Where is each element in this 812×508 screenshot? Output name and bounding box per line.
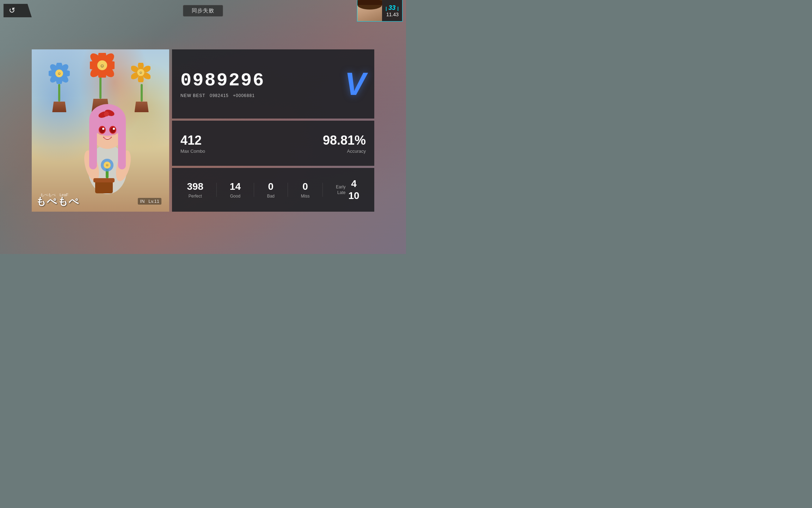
divider-4 [322, 183, 323, 197]
late-label: Late [337, 190, 345, 195]
divider-1 [216, 183, 217, 197]
combo-accuracy-block: 412 Max Combo 98.81% Accuracy [172, 121, 374, 166]
details-block: 398 Perfect 14 Good 0 Bad 0 Miss [172, 168, 374, 212]
early-label: Early [336, 185, 345, 189]
score-sub: NEW BEST 0982415 +0006881 [180, 93, 265, 98]
sync-fail-badge: 同步失败 [183, 5, 223, 17]
accuracy-section: 98.81% Accuracy [323, 133, 366, 154]
max-combo-value: 412 [180, 133, 205, 148]
difficulty-label: IN [140, 199, 144, 204]
miss-value: 0 [302, 181, 308, 192]
early-late-labels: Early Late [336, 185, 345, 195]
perfect-label: Perfect [189, 194, 202, 199]
late-value: 10 [348, 190, 359, 201]
score-left: 0989296 NEW BEST 0982415 +0006881 [180, 70, 265, 98]
accuracy-value: 98.81% [323, 133, 366, 148]
early-late-values: 4 10 [348, 178, 359, 201]
accuracy-label: Accuracy [323, 149, 366, 154]
perfect-item: 398 Perfect [187, 181, 203, 199]
bad-label: Bad [267, 194, 275, 199]
divider-2 [254, 183, 254, 197]
level-label: Lv.11 [148, 199, 159, 204]
character-svg: ☺ [72, 85, 143, 205]
good-item: 14 Good [230, 181, 241, 199]
player-info: | 33 | 11.43 [382, 3, 402, 19]
player-score-display: 11.43 [386, 12, 399, 17]
early-value: 4 [351, 178, 357, 189]
svg-text:☺: ☺ [105, 163, 109, 167]
top-bar: ↺ 同步失败 | 33 | 11.43 [0, 0, 406, 21]
max-combo-label: Max Combo [180, 149, 205, 154]
divider-3 [288, 183, 288, 197]
back-button[interactable]: ↺ [4, 4, 32, 17]
song-level: IN Lv.11 [138, 198, 161, 205]
miss-label: Miss [301, 194, 310, 199]
player-rank: | 33 | [386, 4, 399, 12]
song-subtitle: もぺもぺ LeaF [40, 192, 68, 198]
prev-best: 0982415 [210, 93, 229, 98]
avatar-hair [357, 0, 382, 10]
good-label: Good [230, 194, 240, 199]
score-number: 0989296 [180, 70, 265, 91]
new-best-label: NEW BEST [180, 93, 205, 98]
early-late-item: Early Late 4 10 [336, 178, 359, 201]
player-card: | 33 | 11.43 [357, 0, 402, 22]
miss-item: 0 Miss [301, 181, 310, 199]
character: ☺ [49, 67, 166, 205]
score-block: 0989296 NEW BEST 0982415 +0006881 V [172, 49, 374, 119]
perfect-value: 398 [187, 181, 203, 192]
rank-number: 33 [388, 4, 395, 11]
rank-bracket-left: | [386, 6, 387, 11]
avatar [357, 0, 382, 21]
svg-point-52 [113, 128, 115, 130]
bad-value: 0 [268, 181, 274, 192]
song-info: もぺもぺ もぺもぺ LeaF IN Lv.11 [36, 195, 165, 208]
main-content: ☺ [32, 49, 374, 212]
results-panel: 0989296 NEW BEST 0982415 +0006881 V 412 … [169, 49, 374, 212]
svg-rect-36 [93, 178, 115, 182]
score-diff: +0006881 [233, 93, 255, 98]
album-panel: ☺ [32, 49, 169, 212]
rank-bracket-right: | [397, 6, 399, 11]
good-value: 14 [230, 181, 241, 192]
grade-display: V [345, 68, 366, 100]
back-icon: ↺ [9, 7, 15, 14]
svg-rect-40 [89, 116, 97, 169]
svg-rect-41 [118, 116, 126, 169]
svg-point-44 [104, 111, 109, 116]
bad-item: 0 Bad [267, 181, 275, 199]
combo-section: 412 Max Combo [180, 133, 205, 154]
sync-fail-text: 同步失败 [192, 7, 214, 13]
svg-point-51 [102, 128, 104, 130]
